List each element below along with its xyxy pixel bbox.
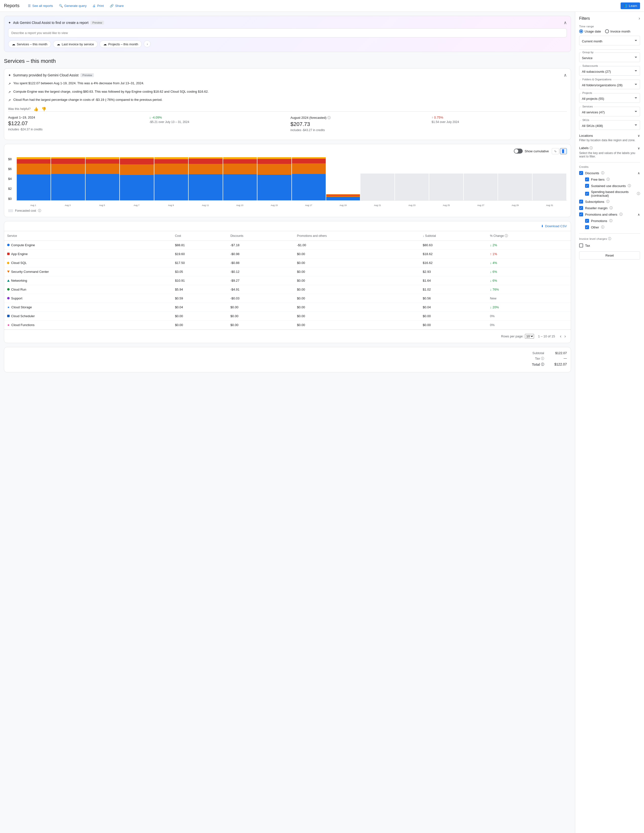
change-info-icon[interactable]: ⓘ xyxy=(505,234,508,238)
next-page-button[interactable]: › xyxy=(564,333,567,340)
promotions-info-icon[interactable]: ⓘ xyxy=(619,212,623,217)
reset-button[interactable]: Reset xyxy=(579,251,640,259)
projects-select[interactable]: All projects (55) xyxy=(580,93,640,103)
bar-group[interactable] xyxy=(258,157,291,200)
promotions-others-checkbox[interactable]: ✓ xyxy=(579,212,583,216)
discounts-info-icon[interactable]: ⓘ xyxy=(601,171,604,175)
subscriptions-checkbox[interactable]: ✓ xyxy=(579,199,583,204)
bar-group[interactable] xyxy=(51,157,85,200)
forecasted-period-metric: August 2024 (forecasted) ⓘ $207.73 inclu… xyxy=(290,116,426,132)
bar-group[interactable] xyxy=(120,157,154,200)
pagination-nav: ‹ › xyxy=(559,333,567,340)
sustained-info-icon[interactable]: ⓘ xyxy=(628,183,631,188)
discounts-collapse-icon[interactable]: ∧ xyxy=(638,171,640,175)
chart-x-label: Aug 21 xyxy=(360,204,395,206)
bar-group[interactable] xyxy=(395,157,429,200)
cell-promotions: $0.00 xyxy=(294,294,420,302)
bar-group[interactable] xyxy=(17,157,50,200)
other-info-icon[interactable]: ⓘ xyxy=(601,225,604,230)
chips-arrow-button[interactable]: › xyxy=(144,40,151,47)
learn-button[interactable]: 📘 Learn xyxy=(621,2,640,9)
forecasted-info-icon[interactable]: ⓘ xyxy=(327,116,331,119)
bar-group[interactable] xyxy=(188,157,222,200)
cell-subtotal: $2.93 xyxy=(420,267,487,276)
cell-discounts: $0.00 xyxy=(227,312,294,320)
reseller-info-icon[interactable]: ⓘ xyxy=(610,206,613,210)
book-icon: 📘 xyxy=(623,4,628,8)
toggle-knob xyxy=(514,149,518,153)
free-tiers-checkbox[interactable]: ✓ xyxy=(585,177,589,182)
discounts-checkbox[interactable]: ✓ xyxy=(579,171,583,175)
share-button[interactable]: 🔗 Share xyxy=(107,2,126,9)
skus-section: SKUs All SKUs (408) xyxy=(579,120,640,130)
bar-group[interactable] xyxy=(498,157,532,200)
skus-select[interactable]: All SKUs (408) xyxy=(580,121,640,130)
cell-change: ↓ 2% xyxy=(487,241,571,249)
gemini-search-input[interactable] xyxy=(8,28,567,37)
bar-group[interactable] xyxy=(155,157,188,200)
generate-query-button[interactable]: 🔍 Generate query xyxy=(56,2,89,9)
forecast-info-icon[interactable]: ⓘ xyxy=(38,209,41,213)
tax-checkbox[interactable] xyxy=(579,243,583,248)
bar-group[interactable] xyxy=(533,157,566,200)
bar-group[interactable] xyxy=(292,157,326,200)
summary-collapse-button[interactable]: ∧ xyxy=(564,72,567,78)
sustained-use-checkbox[interactable]: ✓ xyxy=(585,184,589,188)
chart-x-label: Aug 27 xyxy=(464,204,498,206)
subaccounts-select[interactable]: All subaccounts (27) xyxy=(580,66,640,76)
group-by-select[interactable]: Service xyxy=(580,53,640,62)
labels-header[interactable]: Labels ⓘ ∨ xyxy=(579,146,640,150)
locations-chevron-icon: ∨ xyxy=(638,134,640,138)
chip-services-this-month[interactable]: ☁ Services – this month xyxy=(8,40,51,48)
cell-change: ↓ 6% xyxy=(487,276,571,285)
usage-date-radio[interactable]: Usage date xyxy=(579,29,601,33)
labels-info-icon[interactable]: ⓘ xyxy=(589,146,593,150)
promotions-collapse-icon[interactable]: ∧ xyxy=(638,213,640,216)
chip-last-invoice[interactable]: ☁ Last invoice by service xyxy=(53,40,98,48)
bar-group[interactable] xyxy=(326,157,360,200)
other-checkbox[interactable]: ✓ xyxy=(585,225,589,229)
sort-icon[interactable]: ↓ xyxy=(423,234,425,238)
spending-based-checkbox[interactable]: ✓ xyxy=(585,192,589,196)
bar-group[interactable] xyxy=(429,157,463,200)
locations-header[interactable]: Locations ∨ xyxy=(579,134,640,138)
bar-group[interactable] xyxy=(85,157,119,200)
promotions-checkbox[interactable]: ✓ xyxy=(585,219,589,223)
bar-group[interactable] xyxy=(361,157,394,200)
summary-preview-badge: Preview xyxy=(80,73,94,77)
invoice-charges-info-icon[interactable]: ⓘ xyxy=(608,237,612,241)
helpful-row: Was this helpful? 👍 👎 xyxy=(8,107,567,111)
promotions-only-info-icon[interactable]: ⓘ xyxy=(609,219,612,223)
invoice-month-radio[interactable]: Invoice month xyxy=(605,29,630,33)
table-body: Compute Engine $88.81 -$7.18 -$1.00 $80.… xyxy=(4,241,571,329)
reseller-checkbox[interactable]: ✓ xyxy=(579,206,583,210)
rows-per-page-select[interactable]: 10 25 50 xyxy=(525,334,534,339)
bar-group[interactable] xyxy=(223,157,257,200)
services-wrap: Services All services (47) xyxy=(579,107,640,116)
subscriptions-info-icon[interactable]: ⓘ xyxy=(606,199,610,204)
total-info-icon[interactable]: ⓘ xyxy=(541,362,544,367)
gemini-collapse-button[interactable]: ∧ xyxy=(564,20,567,26)
bar-group[interactable] xyxy=(464,157,497,200)
current-period-metric: August 1–19, 2024 $122.07 includes -$24.… xyxy=(8,116,143,132)
filters-collapse-icon[interactable]: › xyxy=(639,16,640,21)
tax-info-icon[interactable]: ⓘ xyxy=(541,356,544,361)
cumulative-toggle[interactable]: Show cumulative xyxy=(514,149,549,154)
print-button[interactable]: 🖨 Print xyxy=(90,2,106,9)
thumbs-down-button[interactable]: 👎 xyxy=(42,107,46,111)
period-select[interactable]: Current month xyxy=(580,36,640,45)
download-csv-button[interactable]: ⬇ Download CSV xyxy=(541,224,567,228)
thumbs-up-button[interactable]: 👍 xyxy=(34,107,39,111)
prev-page-button[interactable]: ‹ xyxy=(559,333,562,340)
spending-info-icon[interactable]: ⓘ xyxy=(637,191,640,196)
free-tiers-info-icon[interactable]: ⓘ xyxy=(607,177,610,182)
cell-discounts: $0.00 xyxy=(227,320,294,329)
folders-select[interactable]: All folders/organizations (28) xyxy=(580,80,640,89)
toggle-switch[interactable] xyxy=(514,149,523,154)
cell-subtotal: $1.64 xyxy=(420,276,487,285)
line-chart-button[interactable]: ∿ xyxy=(552,148,559,154)
see-all-reports-button[interactable]: ☰ See all reports xyxy=(26,2,55,9)
services-select[interactable]: All services (47) xyxy=(580,107,640,116)
chip-projects-this-month[interactable]: ☁ Projects – this month xyxy=(100,40,142,48)
bar-chart-button[interactable]: ▊ xyxy=(560,148,567,154)
